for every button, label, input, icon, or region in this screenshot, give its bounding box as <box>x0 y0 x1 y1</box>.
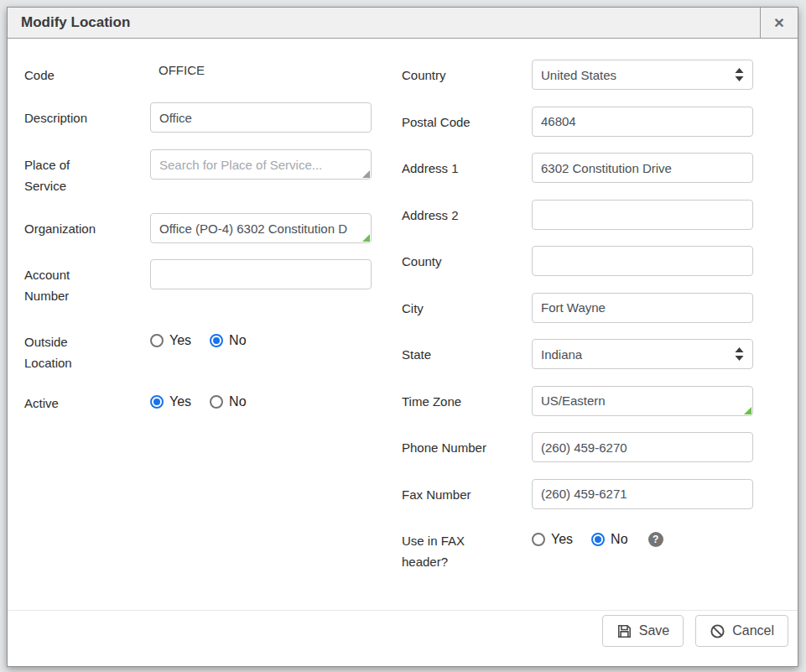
use-in-fax-header-radio-group: Yes No ? <box>532 525 753 547</box>
outside-location-label: Outside Location <box>24 326 150 373</box>
help-icon[interactable]: ? <box>648 532 663 547</box>
field-active: Active Yes No <box>24 388 402 414</box>
field-organization: Organization <box>24 213 402 243</box>
active-yes-radio[interactable]: Yes <box>150 394 191 409</box>
radio-icon <box>150 395 164 409</box>
radio-icon <box>210 334 223 347</box>
city-label: City <box>402 293 532 319</box>
close-icon: ✕ <box>773 15 784 31</box>
field-fax-number: Fax Number <box>402 479 779 509</box>
county-input[interactable] <box>532 246 753 276</box>
radio-label: Yes <box>551 532 573 547</box>
help-glyph: ? <box>653 534 658 545</box>
left-column: Code OFFICE Description Place of Service… <box>24 60 402 610</box>
address1-label: Address 1 <box>402 153 532 179</box>
description-label: Description <box>24 102 150 128</box>
updown-caret-icon <box>735 347 744 361</box>
save-button-label: Save <box>639 623 669 638</box>
active-no-radio[interactable]: No <box>210 394 246 409</box>
field-country: Country United States <box>402 60 779 90</box>
radio-icon <box>210 395 223 409</box>
radio-label: Yes <box>169 394 191 409</box>
field-address2: Address 2 <box>402 200 779 230</box>
field-phone-number: Phone Number <box>402 432 779 462</box>
phone-number-input[interactable] <box>532 432 753 462</box>
postal-code-label: Postal Code <box>402 107 532 133</box>
use-in-fax-header-no-radio[interactable]: No <box>591 532 627 547</box>
code-value: OFFICE <box>150 60 372 77</box>
organization-typeahead <box>150 213 372 243</box>
time-zone-input[interactable] <box>532 386 753 416</box>
dialog-title: Modify Location <box>8 14 130 31</box>
organization-input[interactable] <box>150 213 372 243</box>
outside-location-yes-radio[interactable]: Yes <box>150 333 191 348</box>
time-zone-typeahead <box>532 386 753 416</box>
description-input[interactable] <box>150 102 372 133</box>
use-in-fax-header-label: Use in FAX header? <box>402 525 532 572</box>
updown-caret-icon <box>735 68 744 81</box>
radio-label: No <box>611 532 627 547</box>
country-label: Country <box>402 60 532 86</box>
right-column: Country United States Postal Code Addres… <box>402 60 779 610</box>
country-selected-value: United States <box>541 68 735 82</box>
field-outside-location: Outside Location Yes No <box>24 326 402 373</box>
organization-label: Organization <box>24 213 150 239</box>
outside-location-no-radio[interactable]: No <box>210 333 246 348</box>
active-label: Active <box>24 388 150 414</box>
cancel-button-label: Cancel <box>732 623 774 638</box>
field-use-in-fax-header: Use in FAX header? Yes No ? <box>402 525 779 572</box>
dialog-header: Modify Location ✕ <box>8 8 798 39</box>
address2-input[interactable] <box>532 200 753 230</box>
address2-label: Address 2 <box>402 200 532 226</box>
fax-number-label: Fax Number <box>402 479 532 505</box>
active-radio-group: Yes No <box>150 388 372 409</box>
modify-location-dialog: Modify Location ✕ Code OFFICE Descriptio… <box>7 7 798 667</box>
radio-label: No <box>229 394 246 409</box>
field-description: Description <box>24 102 402 133</box>
state-select[interactable]: Indiana <box>532 339 753 369</box>
field-time-zone: Time Zone <box>402 386 779 416</box>
field-county: County <box>402 246 779 276</box>
field-city: City <box>402 293 779 323</box>
radio-icon <box>591 533 605 546</box>
address1-input[interactable] <box>532 153 753 183</box>
save-button[interactable]: Save <box>602 615 684 647</box>
field-place-of-service: Place of Service <box>24 149 402 196</box>
radio-icon <box>150 334 164 347</box>
field-state: State Indiana <box>402 339 779 369</box>
radio-label: No <box>229 333 246 348</box>
place-of-service-typeahead <box>150 149 372 180</box>
save-icon <box>616 623 632 639</box>
code-label: Code <box>24 60 150 86</box>
ban-icon <box>710 623 725 639</box>
time-zone-label: Time Zone <box>402 386 532 412</box>
place-of-service-input[interactable] <box>150 149 372 180</box>
radio-icon <box>532 533 545 546</box>
field-address1: Address 1 <box>402 153 779 183</box>
dialog-footer: Save Cancel <box>8 610 798 666</box>
field-account-number: Account Number <box>24 259 402 306</box>
radio-label: Yes <box>169 333 191 348</box>
city-input[interactable] <box>532 293 753 323</box>
cancel-button[interactable]: Cancel <box>695 615 788 647</box>
fax-number-input[interactable] <box>532 479 753 509</box>
country-select[interactable]: United States <box>532 60 753 90</box>
county-label: County <box>402 246 532 272</box>
state-label: State <box>402 339 532 365</box>
dialog-body: Code OFFICE Description Place of Service… <box>8 39 798 610</box>
account-number-input[interactable] <box>150 259 372 289</box>
postal-code-input[interactable] <box>532 107 753 137</box>
state-selected-value: Indiana <box>541 347 735 362</box>
outside-location-radio-group: Yes No <box>150 326 372 348</box>
place-of-service-label: Place of Service <box>24 149 150 196</box>
phone-number-label: Phone Number <box>402 432 532 458</box>
account-number-label: Account Number <box>24 259 150 306</box>
close-button[interactable]: ✕ <box>760 8 798 38</box>
field-code: Code OFFICE <box>24 60 402 86</box>
field-postal-code: Postal Code <box>402 107 779 137</box>
use-in-fax-header-yes-radio[interactable]: Yes <box>532 532 573 547</box>
